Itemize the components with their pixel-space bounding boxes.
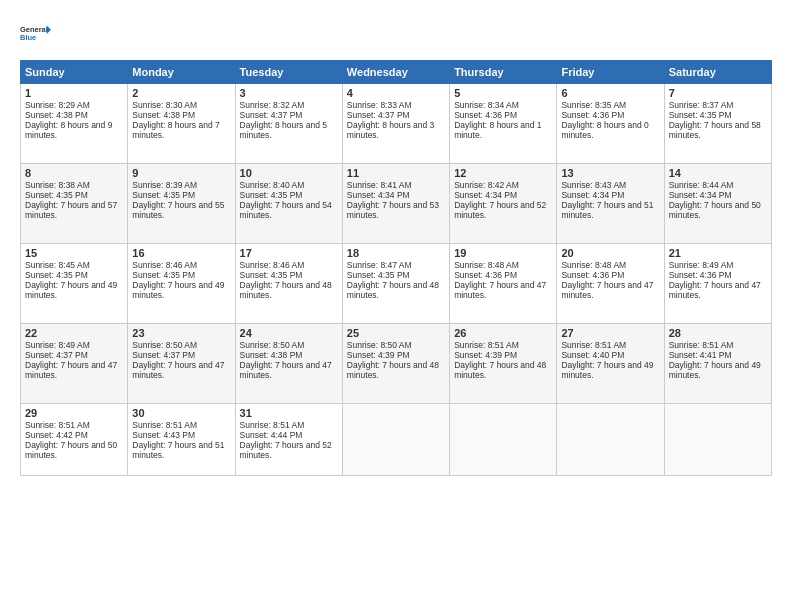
sunrise-label: Sunrise: 8:35 AM xyxy=(561,100,626,110)
sunset-label: Sunset: 4:39 PM xyxy=(454,350,517,360)
sunrise-label: Sunrise: 8:29 AM xyxy=(25,100,90,110)
daylight-label: Daylight: 7 hours and 50 minutes. xyxy=(25,440,117,460)
column-header-wednesday: Wednesday xyxy=(342,61,449,84)
calendar-cell: 20 Sunrise: 8:48 AM Sunset: 4:36 PM Dayl… xyxy=(557,244,664,324)
daylight-label: Daylight: 7 hours and 49 minutes. xyxy=(25,280,117,300)
sunset-label: Sunset: 4:36 PM xyxy=(561,270,624,280)
calendar-cell: 11 Sunrise: 8:41 AM Sunset: 4:34 PM Dayl… xyxy=(342,164,449,244)
day-number: 2 xyxy=(132,87,230,99)
daylight-label: Daylight: 7 hours and 48 minutes. xyxy=(240,280,332,300)
daylight-label: Daylight: 7 hours and 47 minutes. xyxy=(240,360,332,380)
daylight-label: Daylight: 7 hours and 49 minutes. xyxy=(132,280,224,300)
day-number: 7 xyxy=(669,87,767,99)
sunrise-label: Sunrise: 8:41 AM xyxy=(347,180,412,190)
daylight-label: Daylight: 7 hours and 51 minutes. xyxy=(132,440,224,460)
calendar-cell: 29 Sunrise: 8:51 AM Sunset: 4:42 PM Dayl… xyxy=(21,404,128,476)
calendar-cell: 13 Sunrise: 8:43 AM Sunset: 4:34 PM Dayl… xyxy=(557,164,664,244)
sunset-label: Sunset: 4:35 PM xyxy=(25,190,88,200)
calendar-cell: 1 Sunrise: 8:29 AM Sunset: 4:38 PM Dayli… xyxy=(21,84,128,164)
daylight-label: Daylight: 7 hours and 57 minutes. xyxy=(25,200,117,220)
calendar-cell: 30 Sunrise: 8:51 AM Sunset: 4:43 PM Dayl… xyxy=(128,404,235,476)
sunset-label: Sunset: 4:35 PM xyxy=(347,270,410,280)
day-number: 22 xyxy=(25,327,123,339)
calendar-cell: 3 Sunrise: 8:32 AM Sunset: 4:37 PM Dayli… xyxy=(235,84,342,164)
header: General Blue xyxy=(20,18,772,50)
calendar-cell: 21 Sunrise: 8:49 AM Sunset: 4:36 PM Dayl… xyxy=(664,244,771,324)
sunrise-label: Sunrise: 8:34 AM xyxy=(454,100,519,110)
day-number: 13 xyxy=(561,167,659,179)
calendar-cell: 18 Sunrise: 8:47 AM Sunset: 4:35 PM Dayl… xyxy=(342,244,449,324)
sunset-label: Sunset: 4:41 PM xyxy=(669,350,732,360)
day-number: 26 xyxy=(454,327,552,339)
sunrise-label: Sunrise: 8:48 AM xyxy=(454,260,519,270)
sunset-label: Sunset: 4:44 PM xyxy=(240,430,303,440)
daylight-label: Daylight: 8 hours and 3 minutes. xyxy=(347,120,434,140)
sunrise-label: Sunrise: 8:46 AM xyxy=(132,260,197,270)
calendar-cell: 19 Sunrise: 8:48 AM Sunset: 4:36 PM Dayl… xyxy=(450,244,557,324)
sunrise-label: Sunrise: 8:49 AM xyxy=(25,340,90,350)
sunset-label: Sunset: 4:40 PM xyxy=(561,350,624,360)
sunset-label: Sunset: 4:35 PM xyxy=(240,190,303,200)
day-number: 9 xyxy=(132,167,230,179)
sunrise-label: Sunrise: 8:47 AM xyxy=(347,260,412,270)
day-number: 30 xyxy=(132,407,230,419)
sunrise-label: Sunrise: 8:39 AM xyxy=(132,180,197,190)
calendar-cell: 22 Sunrise: 8:49 AM Sunset: 4:37 PM Dayl… xyxy=(21,324,128,404)
sunset-label: Sunset: 4:38 PM xyxy=(240,350,303,360)
day-number: 29 xyxy=(25,407,123,419)
sunset-label: Sunset: 4:42 PM xyxy=(25,430,88,440)
daylight-label: Daylight: 7 hours and 58 minutes. xyxy=(669,120,761,140)
calendar-cell: 8 Sunrise: 8:38 AM Sunset: 4:35 PM Dayli… xyxy=(21,164,128,244)
daylight-label: Daylight: 8 hours and 5 minutes. xyxy=(240,120,327,140)
calendar-cell xyxy=(557,404,664,476)
sunrise-label: Sunrise: 8:51 AM xyxy=(25,420,90,430)
day-number: 23 xyxy=(132,327,230,339)
daylight-label: Daylight: 8 hours and 1 minute. xyxy=(454,120,541,140)
sunrise-label: Sunrise: 8:51 AM xyxy=(132,420,197,430)
calendar-cell: 2 Sunrise: 8:30 AM Sunset: 4:38 PM Dayli… xyxy=(128,84,235,164)
calendar-table: SundayMondayTuesdayWednesdayThursdayFrid… xyxy=(20,60,772,476)
calendar-cell: 5 Sunrise: 8:34 AM Sunset: 4:36 PM Dayli… xyxy=(450,84,557,164)
daylight-label: Daylight: 7 hours and 48 minutes. xyxy=(347,360,439,380)
column-header-monday: Monday xyxy=(128,61,235,84)
day-number: 12 xyxy=(454,167,552,179)
sunrise-label: Sunrise: 8:51 AM xyxy=(669,340,734,350)
week-row-3: 15 Sunrise: 8:45 AM Sunset: 4:35 PM Dayl… xyxy=(21,244,772,324)
calendar-cell: 17 Sunrise: 8:46 AM Sunset: 4:35 PM Dayl… xyxy=(235,244,342,324)
sunrise-label: Sunrise: 8:38 AM xyxy=(25,180,90,190)
day-number: 11 xyxy=(347,167,445,179)
column-header-friday: Friday xyxy=(557,61,664,84)
day-number: 15 xyxy=(25,247,123,259)
day-number: 4 xyxy=(347,87,445,99)
calendar-cell: 14 Sunrise: 8:44 AM Sunset: 4:34 PM Dayl… xyxy=(664,164,771,244)
calendar-cell: 16 Sunrise: 8:46 AM Sunset: 4:35 PM Dayl… xyxy=(128,244,235,324)
calendar-cell xyxy=(342,404,449,476)
sunrise-label: Sunrise: 8:48 AM xyxy=(561,260,626,270)
day-number: 25 xyxy=(347,327,445,339)
sunset-label: Sunset: 4:38 PM xyxy=(132,110,195,120)
day-number: 18 xyxy=(347,247,445,259)
logo: General Blue xyxy=(20,18,52,50)
calendar-cell xyxy=(664,404,771,476)
calendar-cell: 7 Sunrise: 8:37 AM Sunset: 4:35 PM Dayli… xyxy=(664,84,771,164)
calendar-cell: 15 Sunrise: 8:45 AM Sunset: 4:35 PM Dayl… xyxy=(21,244,128,324)
daylight-label: Daylight: 7 hours and 49 minutes. xyxy=(561,360,653,380)
day-number: 27 xyxy=(561,327,659,339)
daylight-label: Daylight: 8 hours and 0 minutes. xyxy=(561,120,648,140)
daylight-label: Daylight: 7 hours and 47 minutes. xyxy=(25,360,117,380)
sunrise-label: Sunrise: 8:33 AM xyxy=(347,100,412,110)
day-number: 10 xyxy=(240,167,338,179)
sunset-label: Sunset: 4:36 PM xyxy=(454,110,517,120)
calendar-cell: 9 Sunrise: 8:39 AM Sunset: 4:35 PM Dayli… xyxy=(128,164,235,244)
sunset-label: Sunset: 4:34 PM xyxy=(454,190,517,200)
daylight-label: Daylight: 7 hours and 48 minutes. xyxy=(454,360,546,380)
day-number: 3 xyxy=(240,87,338,99)
daylight-label: Daylight: 7 hours and 49 minutes. xyxy=(669,360,761,380)
daylight-label: Daylight: 7 hours and 52 minutes. xyxy=(240,440,332,460)
calendar-cell: 23 Sunrise: 8:50 AM Sunset: 4:37 PM Dayl… xyxy=(128,324,235,404)
sunrise-label: Sunrise: 8:37 AM xyxy=(669,100,734,110)
sunset-label: Sunset: 4:39 PM xyxy=(347,350,410,360)
sunrise-label: Sunrise: 8:45 AM xyxy=(25,260,90,270)
sunset-label: Sunset: 4:36 PM xyxy=(561,110,624,120)
daylight-label: Daylight: 7 hours and 48 minutes. xyxy=(347,280,439,300)
